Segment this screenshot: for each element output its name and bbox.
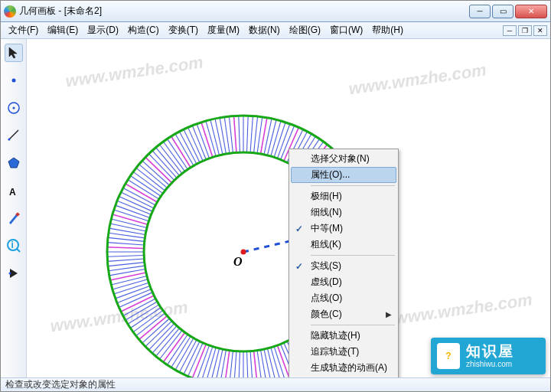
svg-line-88 (121, 296, 154, 312)
svg-line-86 (126, 302, 158, 320)
menu-file[interactable]: 文件(F) (4, 22, 43, 38)
ctx-item[interactable]: 隐藏轨迹(H) (291, 328, 396, 344)
svg-point-0 (11, 79, 15, 83)
svg-line-95 (110, 273, 146, 280)
titlebar: 几何画板 - [未命名2] ─ ▭ ✕ (1, 1, 550, 22)
svg-line-133 (184, 129, 200, 162)
svg-line-62 (215, 349, 223, 377)
text-tool[interactable]: A (5, 181, 23, 200)
ctx-item[interactable]: 极细(H) (291, 188, 396, 204)
window-buttons: ─ ▭ ✕ (469, 5, 547, 18)
close-button[interactable]: ✕ (515, 5, 547, 18)
svg-line-149 (254, 116, 258, 153)
menu-edit[interactable]: 编辑(E) (43, 22, 83, 38)
svg-line-58 (234, 351, 236, 377)
svg-line-104 (108, 237, 145, 241)
svg-line-59 (229, 351, 233, 377)
minimize-button[interactable]: ─ (469, 5, 491, 18)
menu-data[interactable]: 数据(N) (244, 22, 285, 38)
svg-line-99 (107, 259, 144, 261)
info-tool[interactable]: i (5, 237, 23, 255)
mdi-minimize[interactable]: ─ (503, 25, 517, 36)
menu-construct[interactable]: 构造(C) (123, 22, 164, 38)
svg-line-100 (107, 256, 144, 257)
line-tool[interactable] (5, 126, 23, 145)
svg-line-140 (215, 119, 223, 155)
svg-line-69 (184, 341, 200, 374)
app-icon (4, 5, 16, 18)
menu-measure[interactable]: 度量(M) (203, 22, 244, 38)
svg-line-132 (179, 132, 197, 164)
svg-line-139 (210, 119, 220, 155)
svg-line-50 (264, 349, 272, 377)
svg-line-143 (229, 116, 233, 153)
svg-line-54 (250, 351, 253, 377)
svg-line-108 (111, 219, 147, 228)
point-label-o: O (233, 255, 243, 269)
menubar: 文件(F) 编辑(E) 显示(D) 构造(C) 变换(T) 度量(M) 数据(N… (1, 22, 550, 39)
svg-line-51 (261, 350, 267, 377)
brand-text: 知识屋 zhishiwu.com (466, 344, 514, 368)
svg-marker-5 (8, 158, 19, 168)
svg-point-2 (12, 107, 15, 109)
svg-line-87 (123, 299, 155, 316)
svg-line-145 (239, 116, 240, 152)
maximize-button[interactable]: ▭ (492, 5, 514, 18)
menu-window[interactable]: 窗口(W) (325, 22, 367, 38)
ctx-item[interactable]: 选择父对象(N) (291, 151, 396, 167)
menu-transform[interactable]: 变换(T) (164, 22, 203, 38)
svg-line-55 (247, 351, 249, 377)
ctx-item[interactable]: 虚线(D) (291, 274, 396, 290)
svg-line-115 (123, 188, 155, 205)
ctx-item[interactable]: 粗线(K) (291, 237, 396, 253)
ctx-item[interactable]: 颜色(C)▶ (291, 306, 396, 322)
status-bar: 检查或改变选定对象的属性 (1, 377, 550, 391)
circle-tool[interactable] (5, 99, 23, 117)
menu-help[interactable]: 帮助(H) (367, 22, 408, 38)
svg-line-94 (111, 276, 147, 285)
polygon-tool[interactable] (5, 154, 23, 172)
svg-line-103 (107, 243, 144, 245)
svg-line-147 (247, 116, 249, 152)
svg-line-61 (220, 350, 226, 377)
svg-point-194 (241, 250, 246, 255)
svg-line-131 (175, 134, 194, 166)
brand-badge: ? 知识屋 zhishiwu.com (431, 338, 546, 374)
window-title: 几何画板 - [未命名2] (19, 5, 469, 18)
svg-point-10 (8, 273, 11, 275)
status-text: 检查或改变选定对象的属性 (5, 378, 116, 391)
ctx-item[interactable]: 点线(O) (291, 290, 396, 306)
ctx-item[interactable]: 属性(O)... (291, 167, 396, 183)
pointer-tool[interactable] (5, 44, 23, 62)
svg-line-152 (264, 119, 272, 155)
svg-line-57 (239, 351, 240, 377)
svg-text:A: A (9, 187, 16, 198)
svg-line-102 (107, 247, 144, 249)
ctx-item[interactable]: 生成轨迹的动画(A) (291, 360, 396, 376)
svg-line-144 (234, 116, 236, 152)
context-menu: 选择父对象(N)属性(O)...极细(H)细线(N)✓中等(M)粗线(K)✓实线… (289, 149, 399, 392)
ctx-item[interactable]: 细线(N) (291, 204, 396, 220)
svg-line-116 (126, 184, 158, 202)
svg-line-114 (121, 192, 154, 208)
svg-line-53 (254, 351, 258, 377)
mdi-close[interactable]: ✕ (533, 25, 547, 36)
mdi-restore[interactable]: ❐ (518, 25, 532, 36)
svg-line-98 (108, 263, 145, 266)
custom-tool[interactable] (5, 264, 23, 283)
vertical-toolbar: A i (1, 39, 27, 377)
point-tool[interactable] (5, 71, 23, 90)
content-area: A i www.wmzhe.com www.wmzhe.com www.wmzh… (1, 39, 550, 377)
svg-point-4 (8, 139, 10, 141)
svg-line-70 (179, 340, 197, 372)
brand-icon: ? (437, 343, 460, 369)
menu-display[interactable]: 显示(D) (83, 22, 123, 38)
menu-graph[interactable]: 绘图(G) (285, 22, 325, 38)
svg-line-148 (250, 116, 253, 152)
pen-tool[interactable] (5, 209, 23, 227)
ctx-item[interactable]: ✓实线(S) (291, 258, 396, 274)
svg-line-107 (110, 224, 146, 231)
svg-line-153 (267, 119, 276, 155)
ctx-item[interactable]: 追踪轨迹(T) (291, 344, 396, 360)
ctx-item[interactable]: ✓中等(M) (291, 220, 396, 237)
